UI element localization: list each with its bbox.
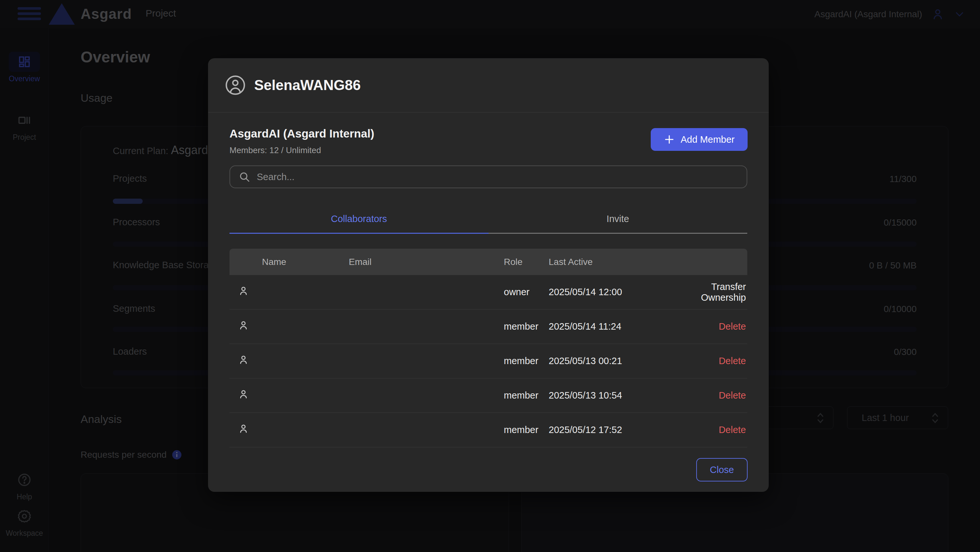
member-last-active: 2025/05/13 00:21 <box>549 356 672 366</box>
member-last-active: 2025/05/13 10:54 <box>549 390 672 401</box>
member-role: owner <box>504 287 549 297</box>
member-management-modal: SelenaWANG86 AsgardAI (Asgard Internal) … <box>208 58 769 492</box>
add-member-button[interactable]: Add Member <box>651 128 748 151</box>
table-header-row: Name Email Role Last Active <box>229 249 747 275</box>
delete-member-button[interactable]: Delete <box>719 321 746 332</box>
modal-header: SelenaWANG86 <box>208 58 769 113</box>
col-header-last-active: Last Active <box>549 257 672 267</box>
search-input[interactable] <box>257 172 738 182</box>
members-count: Members: 12 / Unlimited <box>229 145 321 155</box>
member-role: member <box>504 425 549 435</box>
member-person-icon <box>237 354 250 366</box>
col-header-email: Email <box>349 257 504 267</box>
table-row: member 2025/05/13 10:54 Delete <box>229 379 747 413</box>
member-last-active: 2025/05/12 17:52 <box>549 425 672 435</box>
collaborators-table: Name Email Role Last Active owner 2025/0… <box>229 249 747 447</box>
table-row: member 2025/05/12 17:52 Delete <box>229 413 747 447</box>
member-person-icon <box>237 388 250 401</box>
search-icon <box>239 171 250 183</box>
member-last-active: 2025/05/14 12:00 <box>549 287 672 297</box>
member-role: member <box>504 356 549 366</box>
tab-collaborators[interactable]: Collaborators <box>229 205 488 234</box>
tab-invite[interactable]: Invite <box>488 205 748 234</box>
user-avatar-icon <box>225 75 246 95</box>
delete-member-button[interactable]: Delete <box>719 425 746 435</box>
app-root: Asgard Project AsgardAI (Asgard Internal… <box>0 0 980 552</box>
search-box <box>229 165 747 188</box>
member-person-icon <box>237 423 250 435</box>
plus-icon <box>664 134 675 145</box>
member-role: member <box>504 390 549 401</box>
member-person-icon <box>237 319 250 332</box>
table-row: member 2025/05/14 11:24 Delete <box>229 310 747 344</box>
transfer-ownership-button[interactable]: Transfer Ownership <box>701 282 746 303</box>
modal-tabs: Collaborators Invite <box>229 205 747 234</box>
member-person-icon <box>237 285 250 297</box>
member-role: member <box>504 321 549 332</box>
member-last-active: 2025/05/14 11:24 <box>549 321 672 332</box>
close-button[interactable]: Close <box>696 458 748 482</box>
delete-member-button[interactable]: Delete <box>719 390 746 401</box>
table-row: member 2025/05/13 00:21 Delete <box>229 344 747 379</box>
delete-member-button[interactable]: Delete <box>719 356 746 366</box>
org-name: AsgardAI (Asgard Internal) <box>229 127 374 140</box>
table-row: owner 2025/05/14 12:00 Transfer Ownershi… <box>229 275 747 310</box>
col-header-name: Name <box>229 257 349 267</box>
col-header-role: Role <box>504 257 549 267</box>
modal-title: SelenaWANG86 <box>254 77 361 93</box>
